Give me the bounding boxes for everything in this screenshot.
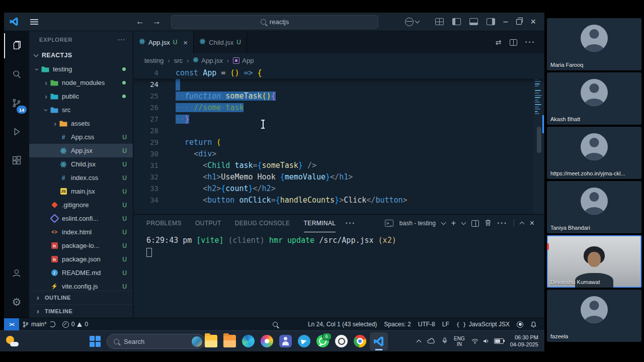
language-indicator[interactable]: ENG IN [454,336,465,347]
telegram-icon[interactable] [295,332,313,350]
editor[interactable]: 4const App = () => { 2425··function some… [133,67,544,214]
workspace-row[interactable]: REACTJS [29,48,133,62]
folder-public[interactable]: ›public [29,89,133,103]
extensions-icon[interactable] [4,148,29,173]
folder-assets[interactable]: ›assets [29,117,133,130]
forward-icon[interactable]: → [152,17,161,27]
editor-more-icon[interactable]: ··· [525,38,535,47]
command-center-search[interactable]: reactjs [171,15,378,29]
section-timeline[interactable]: ›TIMELINE [29,304,133,318]
toggle-secondary-sidebar-icon[interactable] [487,18,495,25]
breadcrumb-testing[interactable]: testing [144,57,164,64]
eol[interactable]: LF [439,318,453,330]
file-index.html[interactable]: <>index.htmlU [29,225,133,239]
editor-scrollbar[interactable] [537,127,541,153]
maximize-panel-icon[interactable] [519,222,524,227]
back-icon[interactable]: ← [136,17,144,27]
tab-App.jsx[interactable]: App.jsxU× [133,31,194,53]
participant-tile[interactable]: Maria Farooq [547,18,641,70]
panel-tab-problems[interactable]: PROBLEMS [146,215,182,232]
file-App.css[interactable]: #App.cssU [29,130,133,144]
search-status[interactable] [269,318,281,330]
close-button[interactable]: × [530,17,536,27]
terminal-dropdown-icon[interactable] [461,220,466,225]
source-control-icon[interactable]: 14 [4,90,29,116]
breadcrumb-App[interactable]: App [233,57,254,64]
code-line[interactable]: 33 <h2>{count}</h2> [133,183,544,195]
close-panel-icon[interactable]: × [530,219,534,228]
search-icon[interactable] [4,62,29,87]
participant-tile[interactable]: Taniya Bhandari [547,181,641,233]
file-eslint.confi...[interactable]: eslint.confi...U [29,212,133,225]
breadcrumb-App.jsx[interactable]: App.jsx [193,57,223,64]
file-Child.jsx[interactable]: Child.jsxU [29,157,133,171]
code-line[interactable]: 28 [133,125,544,137]
photos-icon[interactable] [258,332,276,350]
participant-tile[interactable]: Devanshu Kumawat [547,235,641,288]
code-line[interactable]: 29 return ( [133,137,544,148]
file-index.css[interactable]: #index.cssU [29,171,133,185]
close-tab-icon[interactable]: × [183,38,188,47]
start-button[interactable] [89,335,101,347]
code-line[interactable]: 27··} [133,114,544,125]
folder-node_modules[interactable]: ›node_modules [29,76,133,89]
file-App.jsx[interactable]: App.jsxU [29,144,133,157]
code-line[interactable]: 24 [133,79,544,90]
folder-src[interactable]: ›src [29,103,133,117]
toggle-sidebar-icon[interactable] [452,18,461,25]
whatsapp-icon[interactable]: 6 [314,332,332,350]
code-line[interactable]: 30 <div> [133,148,544,160]
split-terminal-icon[interactable] [471,220,479,227]
participant-tile[interactable]: Akash Bhatt [547,72,641,125]
restore-button[interactable] [516,19,522,25]
weather-widget[interactable] [5,335,19,348]
layout-grid-icon[interactable] [435,18,444,25]
vscode-icon[interactable] [370,332,388,350]
file-package-lo...[interactable]: npackage-lo...U [29,239,133,252]
teams-icon[interactable] [277,332,295,350]
file-vite.config.js[interactable]: ⚡vite.config.jsU [29,280,133,291]
explorer-actions-icon[interactable]: ··· [118,37,126,43]
code-line[interactable]: 25··function someTask(){ [133,90,544,102]
notifications-bell[interactable] [527,318,540,330]
participant-tile[interactable]: fazeela [547,290,641,342]
remote-indicator[interactable]: >< [4,318,19,330]
code-line[interactable]: 34 <button onClick={handleCounts}>Click<… [133,195,544,206]
new-terminal-icon[interactable]: + [451,219,456,228]
file-.gitignore[interactable]: .gitignoreU [29,198,133,212]
quick-settings[interactable] [471,337,504,346]
file-main.jsx[interactable]: JSmain.jsxU [29,185,133,198]
sticky-line-row[interactable]: 4const App = () => { [133,67,544,79]
run-debug-icon[interactable] [4,119,29,144]
mic-icon[interactable] [442,337,447,346]
shell-dropdown-icon[interactable] [441,220,446,225]
folder-testing[interactable]: ›testing [29,62,133,76]
clock[interactable]: 06:30 PM 04-09-2025 [510,334,538,348]
tray-chevron-icon[interactable] [417,339,422,344]
remote-profile-icon[interactable] [405,18,419,26]
terminal-output[interactable]: 6:29:43 pm [vite] (client) hmr update /s… [133,232,544,257]
swap-icon[interactable]: ⇄ [496,38,502,46]
breadcrumb-src[interactable]: src [174,57,183,64]
taskbar-search[interactable]: Search [107,334,205,349]
toggle-panel-icon[interactable] [469,18,478,25]
settings-icon[interactable]: ⚙ [4,289,29,314]
folder-icon[interactable] [221,332,239,350]
tab-Child.jsx[interactable]: Child.jsxU [194,31,247,53]
chatgpt-icon[interactable] [333,332,351,350]
explorer-icon[interactable] [4,33,29,58]
problems-status[interactable]: 0 0 [59,318,92,330]
account-icon[interactable] [4,260,29,286]
cursor-position[interactable]: Ln 24, Col 1 (43 selected) [304,318,380,330]
split-editor-icon[interactable] [510,39,517,46]
menu-icon[interactable] [30,19,38,25]
branch-status[interactable]: main* [19,318,59,330]
file-explorer-icon[interactable] [202,332,220,350]
onedrive-icon[interactable] [427,337,436,346]
indentation[interactable]: Spaces: 2 [380,318,414,330]
code-line[interactable]: 31 <Child task={someTask} /> [133,160,544,171]
panel-more-icon[interactable]: ··· [345,219,355,228]
participant-tile[interactable]: https://meet.zoho.in/yjma-ckl... [547,127,641,179]
code-line[interactable]: 26····//some·task [133,102,544,114]
file-README.md[interactable]: iREADME.mdU [29,266,133,280]
